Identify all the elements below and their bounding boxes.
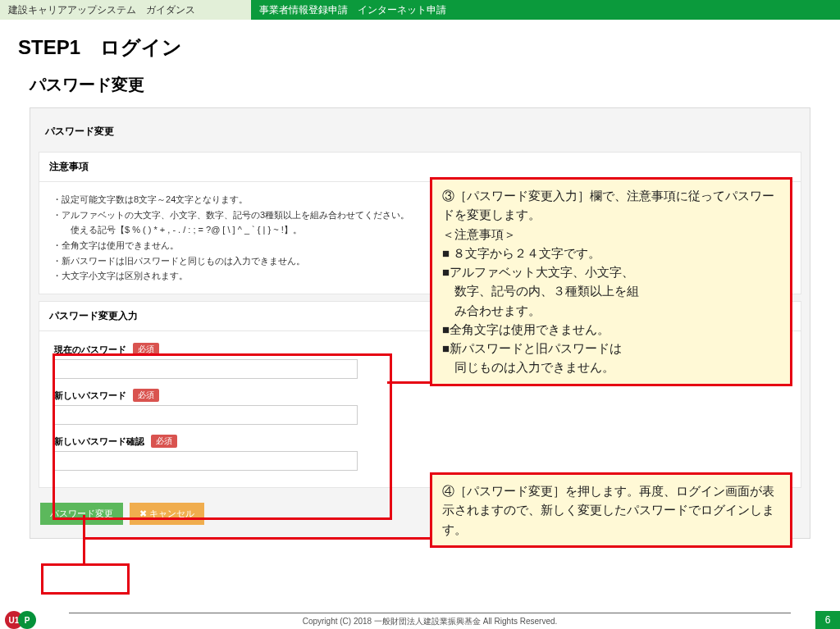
required-badge: 必須 (133, 389, 159, 402)
annotation-connector (83, 515, 85, 564)
annotation-box-submit (41, 563, 130, 595)
header-right: 事業者情報登録申請 インターネット申請 (251, 0, 840, 20)
callout-step4: ④［パスワード変更］を押します。再度、ログイン画面が表示されますので、新しく変更… (430, 472, 792, 548)
annotation-connector (387, 381, 430, 384)
cancel-button[interactable]: ✖ キャンセル (130, 503, 204, 525)
header-left: 建設キャリアアップシステム ガイダンス (0, 0, 251, 20)
confirm-password-input[interactable] (54, 451, 358, 471)
annotation-connector (83, 537, 430, 540)
page-number: 6 (815, 611, 840, 629)
page-title: パスワード変更 (30, 74, 840, 96)
logo: U1 P (5, 611, 36, 629)
logo-p-icon: P (18, 611, 36, 629)
label-new: 新しいパスワード (54, 390, 126, 402)
step-title: STEP1 ログイン (18, 34, 840, 61)
label-confirm: 新しいパスワード確認 (54, 435, 144, 448)
current-password-input[interactable] (54, 359, 358, 379)
field-new-password: 新しいパスワード 必須 (54, 389, 786, 425)
submit-button[interactable]: パスワード変更 (40, 503, 123, 525)
new-password-input[interactable] (54, 405, 358, 425)
field-confirm-password: 新しいパスワード確認 必須 (54, 435, 786, 471)
required-badge: 必須 (151, 435, 177, 448)
footer: U1 P Copyright (C) 2018 一般財団法人建設業振興基金 Al… (0, 611, 840, 629)
copyright: Copyright (C) 2018 一般財団法人建設業振興基金 All Rig… (69, 613, 791, 627)
required-badge: 必須 (133, 343, 159, 356)
header-bar: 建設キャリアアップシステム ガイダンス 事業者情報登録申請 インターネット申請 (0, 0, 840, 20)
label-current: 現在のパスワード (54, 344, 126, 356)
callout-step3: ③［パスワード変更入力］欄で、注意事項に従ってパスワードを変更します。 ＜注意事… (430, 177, 792, 386)
panel-title: パスワード変更 (39, 116, 801, 145)
